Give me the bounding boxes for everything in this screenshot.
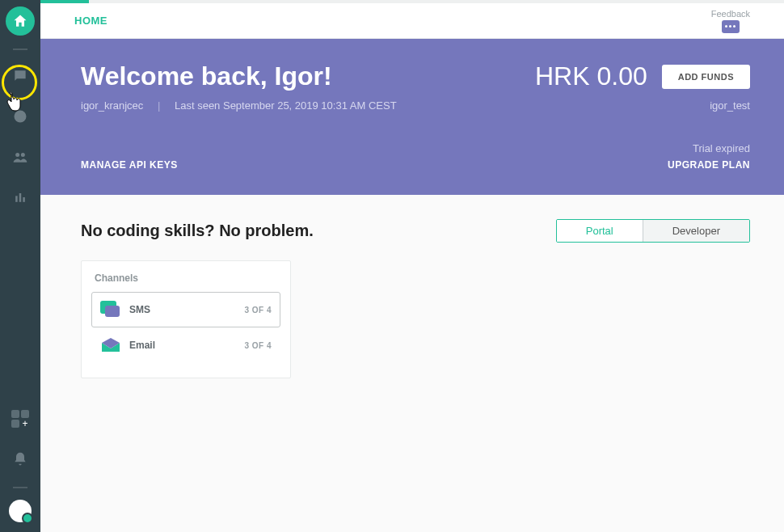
account-name-text: igor_test bbox=[710, 99, 750, 112]
svg-rect-4 bbox=[19, 193, 22, 202]
balance-amount: HRK 0.00 bbox=[535, 61, 647, 91]
svg-rect-3 bbox=[15, 196, 18, 202]
nav-apps-icon[interactable]: + bbox=[6, 404, 35, 433]
channel-sms[interactable]: SMS 3 OF 4 bbox=[91, 292, 280, 327]
nav-analytics-icon[interactable] bbox=[6, 183, 35, 212]
manage-api-keys-link[interactable]: MANAGE API KEYS bbox=[81, 159, 178, 171]
mode-toggle: Portal Developer bbox=[556, 219, 750, 243]
svg-point-0 bbox=[15, 111, 27, 123]
sms-icon bbox=[100, 301, 121, 319]
feedback-block: Feedback bbox=[711, 9, 750, 33]
nav-comments-icon[interactable] bbox=[6, 102, 35, 131]
toggle-portal[interactable]: Portal bbox=[557, 220, 643, 242]
sidebar: + bbox=[0, 0, 40, 532]
channel-email[interactable]: Email 3 OF 4 bbox=[91, 327, 280, 363]
channel-name: SMS bbox=[129, 304, 150, 315]
channel-name: Email bbox=[129, 340, 155, 351]
nav-people-icon[interactable] bbox=[6, 142, 35, 171]
last-seen-text: Last seen September 25, 2019 10:31 AM CE… bbox=[175, 99, 397, 112]
welcome-heading: Welcome back, Igor! bbox=[81, 61, 332, 91]
svg-point-2 bbox=[21, 153, 25, 157]
svg-rect-5 bbox=[23, 197, 25, 202]
sidebar-separator bbox=[13, 487, 27, 488]
feedback-label: Feedback bbox=[711, 9, 750, 19]
body-heading: No coding skills? No problem. bbox=[81, 222, 314, 240]
channels-panel: Channels SMS 3 OF 4 Email 3 OF 4 bbox=[81, 260, 291, 378]
svg-point-1 bbox=[15, 153, 19, 157]
channel-count: 3 OF 4 bbox=[244, 306, 272, 315]
channel-count: 3 OF 4 bbox=[244, 341, 272, 350]
trial-status-text: Trial expired bbox=[693, 142, 750, 154]
email-icon bbox=[100, 336, 121, 354]
username-text: igor_kranjcec bbox=[81, 99, 143, 112]
main-content: HOME Feedback Welcome back, Igor! HRK 0.… bbox=[40, 0, 784, 532]
nav-notifications-icon[interactable] bbox=[6, 445, 35, 474]
breadcrumb-bar: HOME Feedback bbox=[40, 3, 784, 39]
separator: | bbox=[158, 99, 160, 112]
nav-profile-icon[interactable] bbox=[9, 500, 32, 522]
hero-banner: Welcome back, Igor! HRK 0.00 ADD FUNDS i… bbox=[40, 39, 784, 195]
breadcrumb-home[interactable]: HOME bbox=[74, 15, 107, 27]
channels-title: Channels bbox=[91, 272, 280, 284]
upgrade-plan-link[interactable]: UPGRADE PLAN bbox=[668, 159, 750, 171]
nav-home-icon[interactable] bbox=[6, 6, 35, 36]
body-section: No coding skills? No problem. Portal Dev… bbox=[40, 195, 784, 378]
feedback-button[interactable] bbox=[722, 20, 740, 33]
add-funds-button[interactable]: ADD FUNDS bbox=[662, 65, 750, 89]
sidebar-separator bbox=[13, 49, 27, 50]
toggle-developer[interactable]: Developer bbox=[643, 220, 749, 242]
nav-chat-icon[interactable] bbox=[6, 61, 35, 91]
